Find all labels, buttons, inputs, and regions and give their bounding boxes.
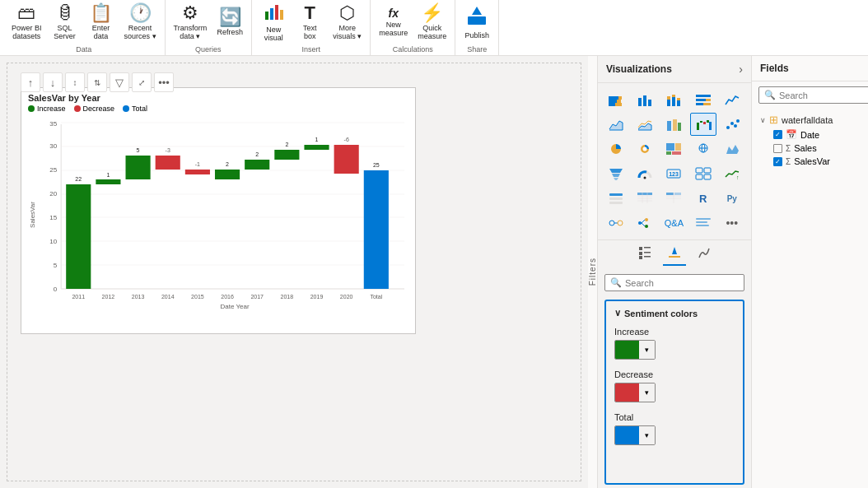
filter-button[interactable]: ▽: [110, 72, 129, 92]
fields-search-box[interactable]: 🔍: [758, 86, 868, 104]
svg-rect-53: [618, 96, 622, 100]
increase-color-picker[interactable]: ▾: [614, 340, 656, 360]
new-measure-button[interactable]: fx Newmeasure: [374, 1, 413, 44]
enter-data-icon: 📋: [90, 4, 112, 22]
sql-icon: 🛢: [56, 4, 74, 22]
viz-pie[interactable]: [603, 137, 629, 160]
expand-button[interactable]: ⇅: [87, 72, 107, 92]
total-color-picker[interactable]: ▾: [614, 425, 656, 445]
viz-scatter[interactable]: [719, 113, 745, 136]
svg-point-80: [643, 147, 647, 151]
viz-donut[interactable]: [632, 137, 658, 160]
format-tab-format[interactable]: [663, 244, 686, 266]
viz-panel-title: Visualizations: [606, 63, 672, 75]
viz-column[interactable]: [632, 88, 658, 111]
bar-2014: [156, 156, 180, 170]
svg-rect-121: [696, 218, 711, 220]
viz-funnel[interactable]: [603, 162, 629, 185]
viz-kpi[interactable]: ↑: [719, 162, 745, 185]
sql-server-button[interactable]: 🛢 SQLServer: [47, 1, 83, 44]
sentiment-collapse-icon[interactable]: ∨: [614, 308, 621, 318]
transform-icon: ⚙: [182, 4, 198, 22]
more-visuals-button[interactable]: ⬡ Morevisuals ▾: [328, 1, 366, 44]
viz-panel-nav-right[interactable]: ›: [739, 63, 743, 76]
new-visual-button[interactable]: Newvisual: [255, 1, 292, 44]
quick-measure-button[interactable]: ⚡ Quickmeasure: [413, 1, 451, 44]
field-date-item[interactable]: ✓ 📅 Date: [757, 128, 868, 142]
fields-search-input[interactable]: [779, 91, 868, 100]
table-icon: ⊞: [769, 114, 778, 126]
viz-key-influencers[interactable]: [603, 211, 629, 235]
decrease-color-picker[interactable]: ▾: [614, 383, 656, 402]
svg-rect-66: [696, 103, 703, 105]
viz-100pct-stacked-bar[interactable]: [690, 88, 716, 111]
viz-search-input[interactable]: [625, 278, 739, 288]
viz-area[interactable]: [603, 113, 629, 136]
text-box-button[interactable]: T Textbox: [292, 1, 328, 44]
svg-text:35: 35: [49, 120, 57, 128]
svg-rect-71: [697, 123, 699, 130]
transform-data-button[interactable]: ⚙ Transformdata ▾: [169, 1, 212, 44]
viz-smart-narrative[interactable]: [690, 211, 716, 235]
svg-rect-3: [280, 10, 283, 20]
sort-desc-button[interactable]: ↓: [43, 72, 63, 92]
field-date-label: Date: [800, 130, 819, 140]
increase-color-dropdown[interactable]: ▾: [639, 341, 655, 359]
legend-increase: Increase: [28, 105, 66, 113]
viz-treemap[interactable]: [660, 137, 687, 160]
enter-data-button[interactable]: 📋 Enterdata: [83, 1, 119, 44]
svg-rect-108: [666, 193, 674, 195]
total-color-dropdown[interactable]: ▾: [639, 426, 655, 444]
viz-slicer[interactable]: [603, 187, 629, 210]
svg-text:2020: 2020: [340, 294, 353, 300]
refresh-button[interactable]: 🔄 Refresh: [212, 1, 248, 44]
field-salesvar-check[interactable]: ✓: [773, 157, 782, 166]
power-bi-datasets-button[interactable]: 🗃 Power BIdatasets: [7, 1, 47, 44]
viz-stacked-bar[interactable]: [603, 88, 629, 111]
viz-r-script[interactable]: R: [690, 187, 716, 210]
viz-multi-row-card[interactable]: [690, 162, 716, 185]
field-sales-item[interactable]: Σ Sales: [757, 142, 868, 155]
viz-map[interactable]: [690, 137, 716, 160]
viz-qna[interactable]: Q&A: [660, 211, 687, 235]
viz-panel-header: Visualizations ›: [598, 56, 751, 83]
viz-stacked-area[interactable]: [632, 113, 658, 136]
viz-more-options[interactable]: •••: [719, 211, 745, 235]
svg-rect-101: [609, 202, 623, 204]
svg-text:5: 5: [137, 147, 140, 153]
format-tab-analytics[interactable]: [693, 244, 716, 266]
viz-search-box[interactable]: 🔍: [604, 274, 744, 291]
new-visual-icon: [264, 2, 283, 24]
svg-text:25: 25: [373, 162, 380, 168]
format-tab-fields[interactable]: [633, 244, 656, 266]
decrease-color-dropdown[interactable]: ▾: [639, 383, 655, 402]
more-options-button[interactable]: •••: [154, 72, 174, 92]
sort-asc-button[interactable]: ↑: [21, 72, 40, 92]
viz-line[interactable]: [719, 88, 745, 111]
viz-stacked-col[interactable]: [660, 88, 687, 111]
viz-decomp-tree[interactable]: [632, 211, 658, 235]
viz-python[interactable]: Py: [719, 187, 745, 210]
viz-ribbon[interactable]: [660, 113, 687, 136]
svg-rect-130: [669, 256, 680, 258]
fields-table-waterfalldata[interactable]: ∨ ⊞ waterfalldata: [757, 112, 868, 128]
viz-filled-map[interactable]: [719, 137, 745, 160]
viz-card[interactable]: 123: [660, 162, 687, 185]
svg-text:15: 15: [49, 214, 57, 221]
svg-point-120: [645, 225, 648, 228]
viz-gauge[interactable]: [632, 162, 658, 185]
recent-sources-button[interactable]: 🕐 Recentsources ▾: [119, 1, 161, 44]
main-area: ↑ ↓ ↕ ⇅ ▽ ⤢ ••• SalesVar by Year Increas…: [0, 56, 868, 488]
viz-table[interactable]: [632, 187, 658, 210]
queries-group-label: Queries: [166, 45, 252, 53]
viz-waterfall[interactable]: [690, 113, 716, 136]
field-sales-check[interactable]: [773, 144, 782, 153]
field-date-check[interactable]: ✓: [773, 130, 782, 139]
sort-az-button[interactable]: ↕: [65, 72, 85, 92]
svg-rect-55: [643, 95, 646, 106]
publish-button[interactable]: Publish: [459, 1, 495, 44]
filters-sidebar[interactable]: Filters: [588, 56, 598, 488]
viz-matrix[interactable]: [660, 187, 687, 210]
field-salesvar-item[interactable]: ✓ Σ SalesVar: [757, 155, 868, 168]
focus-button[interactable]: ⤢: [132, 72, 152, 92]
